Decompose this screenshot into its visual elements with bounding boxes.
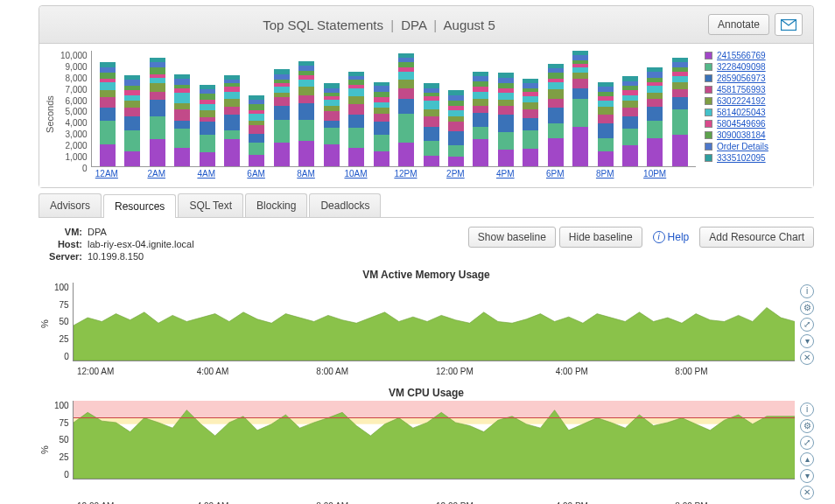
expand-icon[interactable]: ⤢ — [800, 318, 814, 332]
tab-sqltext[interactable]: SQL Text — [178, 193, 243, 217]
legend-link[interactable]: 3335102095 — [717, 153, 766, 163]
chevron-down-icon[interactable]: ▾ — [800, 469, 814, 483]
legend-item[interactable]: 3335102095 — [705, 153, 803, 163]
vm-cpu-chart: VM CPU Usage % 1007550250 i ⚙ ⤢ ▴ ▾ ✕ 12… — [39, 387, 814, 504]
tab-resources[interactable]: Resources — [103, 194, 176, 218]
xaxis-hour-link[interactable]: 6PM — [546, 169, 565, 178]
bar-column[interactable] — [446, 51, 467, 166]
show-baseline-button[interactable]: Show baseline — [468, 227, 556, 248]
gear-icon[interactable]: ⚙ — [800, 301, 814, 315]
legend-link[interactable]: 2859056973 — [717, 74, 766, 83]
bar-column[interactable] — [495, 51, 516, 166]
chart-y-axis: 10,0009,0008,0007,0006,0005,0004,0003,00… — [57, 51, 91, 173]
xaxis-hour-link[interactable]: 2PM — [446, 169, 465, 178]
bar-column[interactable] — [246, 51, 267, 166]
bar-column[interactable] — [97, 51, 118, 166]
bar-column[interactable] — [221, 51, 242, 166]
vm-cpu-ylabel: % — [39, 401, 51, 500]
xaxis-hour-link[interactable]: 10PM — [643, 169, 666, 178]
close-icon[interactable]: ✕ — [800, 486, 814, 500]
tab-advisors[interactable]: Advisors — [39, 193, 102, 217]
bar-column[interactable] — [271, 51, 292, 166]
legend-item[interactable]: Order Details — [705, 142, 803, 151]
close-icon[interactable]: ✕ — [800, 351, 814, 365]
vm-cpu-yaxis: 1007550250 — [51, 401, 73, 480]
xaxis-hour-link[interactable]: 6AM — [247, 169, 265, 178]
chevron-down-icon[interactable]: ▾ — [800, 334, 814, 348]
expand-icon[interactable]: ⤢ — [800, 436, 814, 450]
bar-column[interactable] — [146, 51, 167, 166]
server-label: Server: — [39, 251, 82, 262]
bar-column[interactable] — [122, 51, 143, 166]
legend-item[interactable]: 3090038184 — [705, 130, 803, 140]
gear-icon[interactable]: ⚙ — [800, 419, 814, 433]
chart-y-label: Seconds — [43, 51, 57, 178]
bar-column[interactable] — [644, 51, 665, 166]
bar-column[interactable] — [420, 51, 441, 166]
hide-baseline-button[interactable]: Hide baseline — [559, 227, 642, 248]
legend-link[interactable]: 2415566769 — [717, 51, 766, 60]
legend-item[interactable]: 2859056973 — [705, 74, 803, 83]
bar-column[interactable] — [396, 51, 417, 166]
bar-column[interactable] — [370, 51, 391, 166]
legend-item[interactable]: 5814025043 — [705, 108, 803, 117]
email-button[interactable] — [775, 13, 803, 36]
bar-column[interactable] — [321, 51, 342, 166]
legend-item[interactable]: 5804549696 — [705, 119, 803, 129]
xaxis-hour-link[interactable]: 4AM — [197, 169, 215, 178]
legend-link[interactable]: 5804549696 — [717, 119, 766, 129]
vm-memory-yaxis: 1007550250 — [51, 283, 73, 361]
legend-swatch — [705, 143, 712, 150]
xaxis-hour-link[interactable]: 8AM — [297, 169, 315, 178]
legend-item[interactable]: 6302224192 — [705, 96, 803, 106]
legend-swatch — [705, 63, 712, 71]
xaxis-hour-link[interactable]: 12PM — [394, 169, 417, 178]
vm-cpu-plot — [73, 401, 795, 480]
legend-link[interactable]: 4581756993 — [717, 85, 766, 94]
info-icon[interactable]: i — [800, 402, 814, 416]
resources-panel: VM: DPA Host: lab-riy-esx-04.ignite.loca… — [39, 227, 814, 504]
bar-column[interactable] — [470, 51, 491, 166]
bar-column[interactable] — [670, 51, 691, 166]
legend-item[interactable]: 4581756993 — [705, 85, 803, 94]
chevron-up-icon[interactable]: ▴ — [800, 452, 814, 466]
tab-deadlocks[interactable]: Deadlocks — [309, 193, 381, 217]
envelope-icon — [781, 19, 796, 31]
server-value: 10.199.8.150 — [88, 251, 194, 262]
xaxis-hour-link[interactable]: 10AM — [344, 169, 367, 178]
info-icon[interactable]: i — [800, 284, 814, 298]
vm-memory-tools: i ⚙ ⤢ ▾ ✕ — [795, 283, 814, 365]
legend-link[interactable]: 5814025043 — [717, 108, 766, 117]
legend-swatch — [705, 97, 712, 105]
bar-column[interactable] — [544, 51, 565, 166]
bar-column[interactable] — [296, 51, 317, 166]
vm-cpu-xaxis: 12:00 AM4:00 AM8:00 AM12:00 PM4:00 PM8:0… — [77, 500, 795, 504]
tab-blocking[interactable]: Blocking — [245, 193, 307, 217]
legend-item[interactable]: 2415566769 — [705, 51, 803, 60]
info-icon: i — [653, 231, 665, 243]
xaxis-hour-link[interactable]: 12AM — [95, 169, 118, 178]
info-grid: VM: DPA Host: lab-riy-esx-04.ignite.loca… — [39, 227, 194, 262]
annotate-button[interactable]: Annotate — [708, 14, 769, 35]
legend-link[interactable]: Order Details — [717, 142, 768, 151]
bar-column[interactable] — [570, 51, 591, 166]
bar-column[interactable] — [620, 51, 641, 166]
xaxis-hour-link[interactable]: 8PM — [596, 169, 614, 178]
bar-column[interactable] — [520, 51, 541, 166]
legend-link[interactable]: 3090038184 — [717, 130, 766, 140]
legend-link[interactable]: 6302224192 — [717, 96, 766, 106]
legend-link[interactable]: 3228409098 — [717, 62, 766, 72]
legend-swatch — [705, 120, 712, 128]
title-date: August 5 — [444, 18, 495, 32]
xaxis-hour-link[interactable]: 4PM — [496, 169, 515, 178]
add-resource-chart-button[interactable]: Add Resource Chart — [699, 227, 814, 248]
host-label: Host: — [39, 239, 82, 249]
legend-item[interactable]: 3228409098 — [705, 62, 803, 72]
bar-column[interactable] — [196, 51, 217, 166]
bar-column[interactable] — [346, 51, 367, 166]
bar-column[interactable] — [172, 51, 193, 166]
bar-column[interactable] — [594, 51, 615, 166]
help-link[interactable]: i Help — [653, 231, 690, 243]
legend-swatch — [705, 74, 712, 82]
xaxis-hour-link[interactable]: 2AM — [147, 169, 165, 178]
